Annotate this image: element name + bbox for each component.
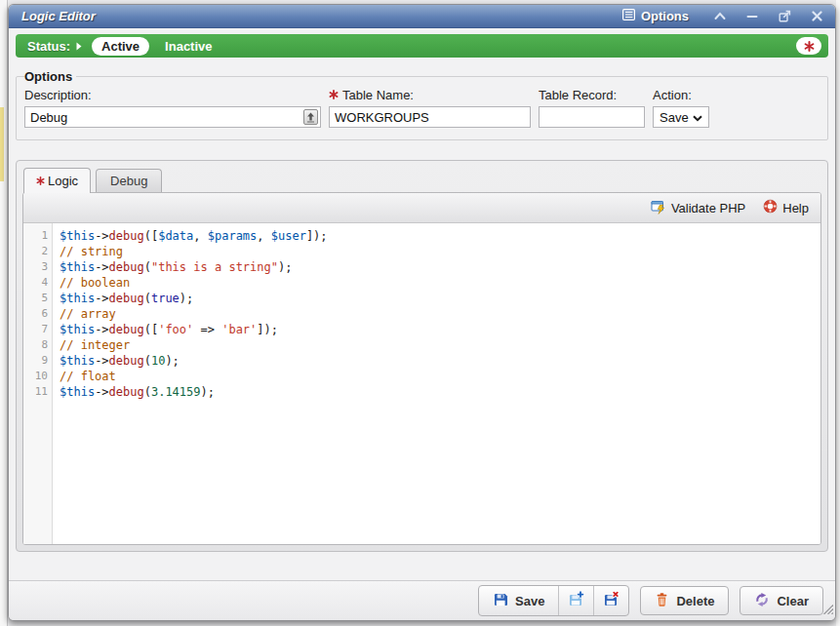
options-panel: Options Description: [16,69,828,140]
table-name-label: Table Name: [329,88,531,102]
status-option-active[interactable]: Active [92,37,149,56]
tab-logic-label: Logic [48,174,78,188]
action-select-value: Save [660,110,689,125]
list-icon [622,9,635,23]
required-indicator-badge [796,37,821,55]
line-number: 11 [23,384,48,400]
clear-button-label: Clear [777,594,809,608]
screen: Logic Editor Options [0,0,840,626]
tab-logic[interactable]: Logic [23,168,91,193]
delete-trash-icon [655,592,669,610]
minimize-button[interactable] [743,9,761,24]
code-line: // string [60,244,820,259]
collapse-button[interactable] [711,9,729,24]
window-title: Logic Editor [21,9,622,23]
line-number: 10 [23,369,48,384]
action-select[interactable]: Save [653,106,709,128]
table-record-field: Table Record: [539,88,645,128]
delete-button-label: Delete [676,594,714,608]
line-number: 7 [23,322,48,337]
line-number: 5 [23,291,48,306]
required-asterisk-icon [329,88,339,102]
options-menu-label: Options [641,9,689,23]
editor-toolbar: Validate PHP Help [23,193,820,223]
action-label: Action: [653,88,709,102]
code-line: // array [60,306,820,322]
tab-debug[interactable]: Debug [96,169,162,192]
footer-toolbar: Save Delete [9,580,835,620]
help-button[interactable]: Help [763,199,809,216]
code-line: // float [60,369,820,384]
save-button[interactable]: Save [479,586,558,615]
code-line: // boolean [60,275,820,291]
clear-refresh-icon [754,592,770,610]
save-button-group: Save [478,585,629,616]
description-field: Description: [24,88,321,128]
code-editor-box: Validate PHP Help 1234567891011 $this->d… [22,192,821,545]
description-label: Description: [24,88,321,102]
resize-grip[interactable] [821,601,833,618]
save-new-floppy-plus-icon [568,591,584,610]
help-label: Help [782,201,809,215]
code-line: // integer [60,337,820,353]
status-arrow-icon [76,42,82,51]
status-label: Status: [27,39,70,54]
background-page-edge [0,0,8,626]
line-number: 8 [23,337,48,353]
save-close-floppy-x-icon [603,591,620,610]
code-gutter: 1234567891011 [23,223,53,544]
table-record-label: Table Record: [539,88,645,102]
validate-php-button[interactable]: Validate PHP [651,199,745,217]
line-number: 1 [23,228,48,244]
code-lines[interactable]: $this->debug([$data, $params, $user]);//… [53,223,820,544]
titlebar-controls: Options [622,9,825,24]
line-number: 4 [23,275,48,291]
background-page-edge-right [836,0,840,626]
line-number: 2 [23,244,48,259]
line-number: 3 [23,259,48,275]
editor-panel: Logic Debug Validate PHP [16,160,828,552]
expand-editor-icon[interactable] [303,109,318,125]
code-editor[interactable]: 1234567891011 $this->debug([$data, $para… [23,223,820,544]
options-menu-button[interactable]: Options [622,9,689,23]
code-line: $this->debug(3.14159); [60,384,820,400]
validate-php-icon [651,199,666,217]
titlebar[interactable]: Logic Editor Options [9,5,835,28]
delete-button[interactable]: Delete [640,586,729,615]
tab-debug-label: Debug [110,174,147,188]
help-lifebuoy-icon [763,199,778,216]
required-asterisk-icon [36,174,45,188]
line-number: 9 [23,353,48,369]
clear-button[interactable]: Clear [740,586,823,615]
save-close-button[interactable] [593,586,628,615]
code-line: $this->debug([$data, $params, $user]); [60,228,820,244]
save-floppy-icon [493,592,508,610]
close-button[interactable] [808,9,825,24]
description-input[interactable] [24,106,321,128]
logic-editor-window: Logic Editor Options [8,4,836,621]
status-bar: Status: Active Inactive [16,34,828,58]
save-new-button[interactable] [558,586,593,615]
line-number: 6 [23,306,48,322]
status-option-inactive[interactable]: Inactive [155,37,221,56]
save-button-label: Save [515,594,544,608]
code-line: $this->debug(['foo' => 'bar']); [60,322,820,337]
editor-tabstrip: Logic Debug [22,161,821,192]
table-name-input[interactable] [329,106,531,128]
table-name-field: Table Name: [329,88,531,128]
table-record-input[interactable] [539,106,645,128]
options-legend: Options [24,69,76,84]
chevron-down-icon [693,110,702,125]
validate-php-label: Validate PHP [671,201,745,215]
popout-button[interactable] [776,9,793,24]
code-line: $this->debug(true); [60,291,820,306]
action-field: Action: Save [653,88,709,128]
code-line: $this->debug(10); [60,353,820,369]
options-fields-row: Description: Table Name: [24,88,820,128]
code-line: $this->debug("this is a string"); [60,259,820,275]
background-accent-strip [0,107,4,181]
